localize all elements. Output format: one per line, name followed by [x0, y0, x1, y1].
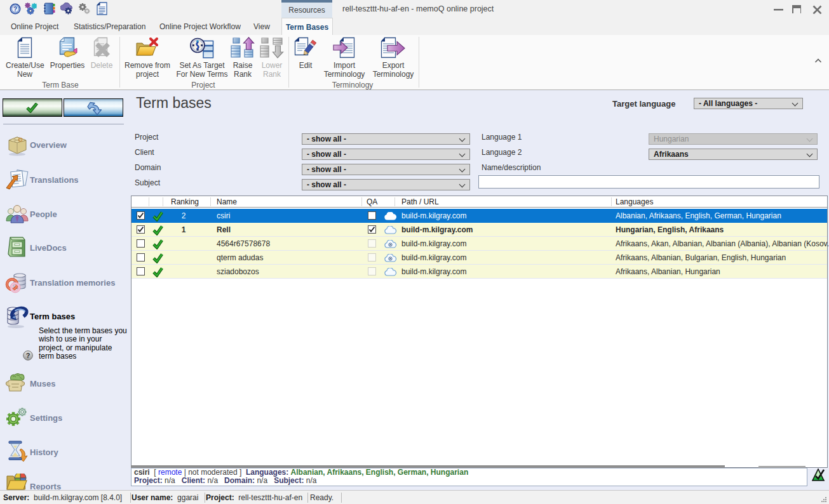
svg-text:?: ? [13, 6, 17, 13]
svg-text:?: ? [26, 352, 30, 359]
